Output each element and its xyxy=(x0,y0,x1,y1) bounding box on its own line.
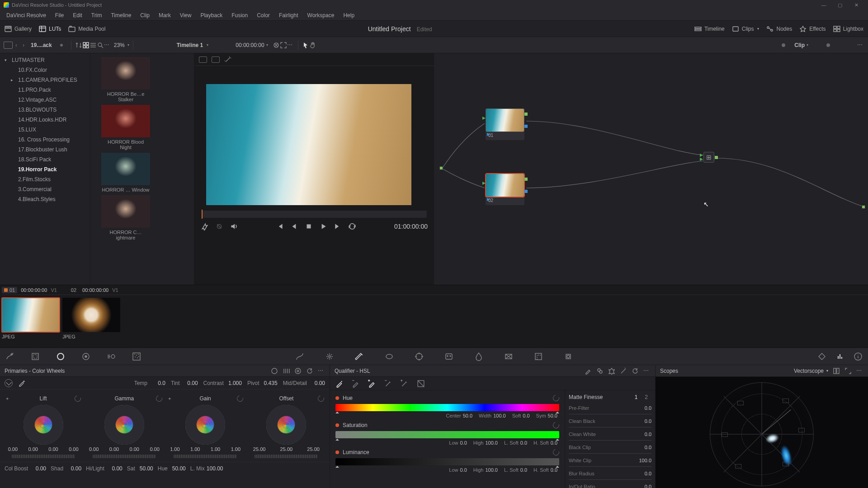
nodes-button[interactable]: Nodes xyxy=(766,26,792,32)
picker-icon[interactable] xyxy=(18,380,25,387)
more-icon[interactable]: ⋯ xyxy=(318,367,325,375)
sort-icon[interactable] xyxy=(75,42,82,49)
lut-thumbnail[interactable]: HORROR C…ightmare xyxy=(101,195,194,240)
scope-type[interactable]: Vectorscope xyxy=(794,368,824,374)
node-output[interactable] xyxy=(862,205,865,209)
lut-folder[interactable]: 18.SciFi Pack xyxy=(0,155,90,164)
info-icon[interactable] xyxy=(854,352,863,361)
search-icon[interactable] xyxy=(97,42,104,49)
wand-icon[interactable] xyxy=(224,56,231,63)
menu-clip[interactable]: Clip xyxy=(136,12,154,19)
menu-help[interactable]: Help xyxy=(339,12,359,19)
gain-jog[interactable] xyxy=(174,455,237,458)
qual-wand-icon[interactable] xyxy=(620,367,627,375)
lmix-value[interactable]: 100.00 xyxy=(207,465,223,472)
contrast-value[interactable]: 1.000 xyxy=(226,380,242,386)
lut-folder[interactable]: 10.FX.Color xyxy=(0,65,90,75)
scope-expand-icon[interactable] xyxy=(844,367,852,375)
menu-playback[interactable]: Playback xyxy=(196,12,227,19)
shad-value[interactable]: 0.00 xyxy=(65,465,81,472)
lut-folder[interactable]: 15.LUX xyxy=(0,125,90,135)
magic-mask-icon[interactable] xyxy=(444,352,453,361)
clip-thumbnail-1[interactable]: JPEG xyxy=(2,298,60,339)
lut-thumbnail[interactable]: HORROR Be…e Stalker xyxy=(101,57,194,102)
timeline-button[interactable]: Timeline xyxy=(694,26,725,32)
effects-button[interactable]: Effects xyxy=(799,26,826,32)
more-icon-3[interactable]: ⋯ xyxy=(857,42,864,49)
qual-picker-icon[interactable] xyxy=(585,367,592,375)
offset-wheel[interactable]: Offset 25.0025.0025.00 xyxy=(246,393,327,458)
curves-add-icon[interactable] xyxy=(5,352,14,361)
lut-folder[interactable]: 17.Blockbuster Lush xyxy=(0,145,90,155)
node-mixer[interactable] xyxy=(703,152,714,163)
reset-icon[interactable] xyxy=(552,421,560,429)
qual-invert-icon[interactable] xyxy=(608,367,615,375)
menu-davinci[interactable]: DaVinci Resolve xyxy=(2,12,51,19)
reset-icon[interactable] xyxy=(236,394,244,403)
lut-folder[interactable]: 11.PRO.Pack xyxy=(0,85,90,95)
lut-folder-root[interactable]: LUTMASTER xyxy=(0,55,90,65)
more-icon[interactable]: ⋯ xyxy=(104,42,111,49)
reset-icon[interactable] xyxy=(632,367,639,375)
sizing-icon[interactable] xyxy=(31,352,40,361)
3d-icon[interactable] xyxy=(564,352,573,361)
node-01[interactable]: 01 xyxy=(486,108,524,140)
hue-slider[interactable] xyxy=(335,404,559,411)
sat-high-value[interactable]: 100.0 xyxy=(485,440,498,446)
lut-thumbnail[interactable]: HORROR … Window xyxy=(101,153,194,192)
inout-value[interactable]: 0.0 xyxy=(635,484,651,488)
reset-icon[interactable] xyxy=(552,448,560,456)
clip-thumbnail-2[interactable]: JPEG xyxy=(62,298,120,339)
blur-icon[interactable] xyxy=(474,352,483,361)
menu-edit[interactable]: Edit xyxy=(68,12,87,19)
blackclip-value[interactable]: 0.0 xyxy=(635,445,651,450)
reset-icon[interactable] xyxy=(552,394,560,402)
lut-folder[interactable]: 2.Film.Stocks xyxy=(0,174,90,184)
clip-header-1[interactable]: 01 xyxy=(2,287,17,293)
maximize-button[interactable]: ▢ xyxy=(832,0,848,9)
sat-hsoft-value[interactable]: 0.0 xyxy=(551,440,557,446)
step-back-icon[interactable] xyxy=(290,222,298,230)
cleanwhite-value[interactable]: 0.0 xyxy=(635,432,651,437)
blurradius-value[interactable]: 0.0 xyxy=(635,471,651,476)
clips-button[interactable]: Clips▾ xyxy=(732,26,760,32)
cleanblack-value[interactable]: 0.0 xyxy=(635,418,651,424)
sat-low-value[interactable]: 0.0 xyxy=(460,440,467,446)
pointer-icon[interactable] xyxy=(302,42,309,49)
offset-jog[interactable] xyxy=(255,455,318,458)
hue-value[interactable]: 50.00 xyxy=(170,465,186,472)
timecode-small[interactable]: 00:00:00:00 xyxy=(236,42,264,48)
node-graph[interactable]: 01 02 ↖ xyxy=(434,53,868,285)
temp-value[interactable]: 0.0 xyxy=(149,380,165,386)
curves-icon[interactable] xyxy=(295,352,304,361)
viewer-mode-1-icon[interactable] xyxy=(199,56,207,63)
node-02[interactable]: 02 xyxy=(486,174,524,205)
feather-minus-icon[interactable] xyxy=(384,380,392,388)
gallery-button[interactable]: Gallery xyxy=(5,26,32,32)
luts-button[interactable]: LUTs xyxy=(39,26,61,32)
keyframe-icon[interactable] xyxy=(817,352,826,361)
menu-mark[interactable]: Mark xyxy=(154,12,175,19)
marker-icon[interactable] xyxy=(201,222,209,230)
loop-icon[interactable] xyxy=(348,222,356,230)
gain-wheel[interactable]: ✦Gain 1.001.001.001.00 xyxy=(165,393,246,458)
menu-fairlight[interactable]: Fairlight xyxy=(274,12,303,19)
scopes-icon[interactable] xyxy=(835,352,844,361)
gamma-wheel[interactable]: Gamma 0.000.000.000.00 xyxy=(84,393,165,458)
reference-icon[interactable] xyxy=(273,42,280,49)
gamma-jog[interactable] xyxy=(93,455,156,458)
lut-folder-selected[interactable]: 19.Horror Pack xyxy=(0,164,90,174)
more-icon-2[interactable]: ⋯ xyxy=(287,42,294,49)
lut-folder[interactable]: 13.BLOWOUTS xyxy=(0,105,90,115)
menu-trim[interactable]: Trim xyxy=(87,12,107,19)
hue-soft-value[interactable]: 0.0 xyxy=(523,413,529,418)
viewer-scrubber[interactable] xyxy=(202,211,427,218)
auto-balance-icon[interactable] xyxy=(5,379,13,387)
window-icon[interactable] xyxy=(385,352,394,361)
reset-icon[interactable] xyxy=(74,394,82,403)
reset-icon[interactable] xyxy=(155,394,163,403)
minimize-button[interactable]: — xyxy=(816,0,832,9)
breadcrumb[interactable]: 19....ack xyxy=(27,42,56,48)
eyedropper-plus-icon[interactable] xyxy=(368,380,376,388)
menu-fusion[interactable]: Fusion xyxy=(227,12,252,19)
